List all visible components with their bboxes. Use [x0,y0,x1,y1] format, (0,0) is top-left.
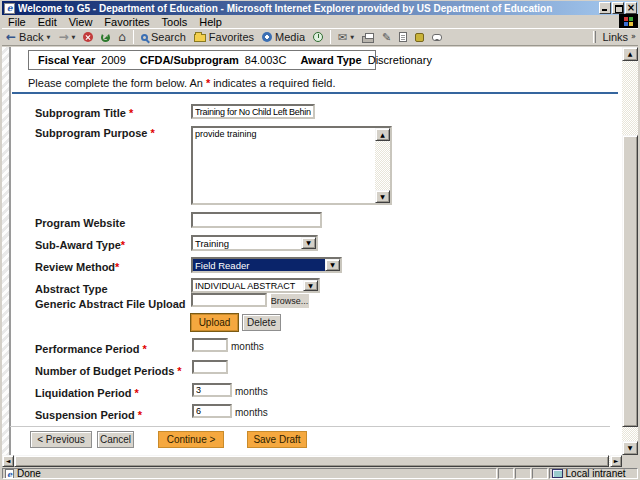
messenger-button[interactable] [428,29,446,45]
forward-button[interactable]: → ▼ [54,29,79,45]
close-button[interactable]: × [625,2,637,14]
dropdown-arrow-icon[interactable]: ▼ [303,280,318,291]
home-button[interactable]: ⌂ [114,29,130,45]
abstract-type-label: Abstract Type [35,283,108,295]
scroll-down-icon[interactable]: ▼ [622,441,638,455]
abstract-type-select[interactable]: INDIVIDUAL ABSTRACT ▼ [191,278,320,293]
subprogram-title-input[interactable] [191,104,315,119]
menu-bar: File Edit View Favorites Tools Help [2,15,638,28]
required-asterisk: * [135,387,139,399]
media-label: Media [275,31,305,43]
ie-app-icon: e [4,3,15,14]
program-website-input[interactable] [191,212,322,228]
search-button[interactable]: Search [137,29,190,45]
security-zone-pane: Local intranet [549,468,638,479]
performance-period-input[interactable] [192,338,228,352]
page-tool-button[interactable] [395,29,411,45]
discuss-icon [415,33,424,42]
sub-award-type-select[interactable]: Training ▼ [191,235,318,251]
menu-edit[interactable]: Edit [32,16,63,28]
suspension-period-suffix: months [235,407,268,418]
horizontal-scroll-thumb[interactable] [14,455,609,467]
history-icon [313,32,323,42]
file-upload-input[interactable] [191,293,267,307]
menu-help[interactable]: Help [193,16,228,28]
links-grip[interactable] [593,31,596,43]
abstract-type-value: INDIVIDUAL ABSTRACT [193,280,303,291]
edit-icon: ✎ [382,32,391,43]
back-arrow-icon: ← [6,31,16,43]
textarea-scrollbar[interactable]: ▲ ▼ [375,128,390,203]
menu-tools[interactable]: Tools [156,16,194,28]
scroll-left-icon[interactable]: ◄ [2,455,14,467]
save-draft-button[interactable]: Save Draft [247,431,307,448]
back-dropdown-icon[interactable]: ▼ [47,35,51,40]
stop-button[interactable] [79,29,97,45]
continue-button[interactable]: Continue > [158,431,224,448]
links-chevron-icon[interactable]: » [631,33,636,41]
edit-button[interactable]: ✎ [378,29,395,45]
scroll-up-icon[interactable]: ▲ [375,128,390,141]
previous-button[interactable]: < Previous [30,431,92,448]
review-method-select[interactable]: Field Reader ▼ [191,257,342,273]
toolbar-separator [133,30,134,44]
scroll-up-icon[interactable]: ▲ [622,47,638,61]
forward-dropdown-icon[interactable]: ▼ [71,35,75,40]
delete-button[interactable]: Delete [242,314,281,331]
window-title: Welcome to G5 - Department of Education … [18,3,598,14]
scroll-down-icon[interactable]: ▼ [375,190,390,203]
page-content: Fiscal Year 2009 CFDA/Subprogram 84.003C… [2,47,622,455]
subprogram-purpose-label: Subprogram Purpose* [35,127,155,139]
menu-favorites[interactable]: Favorites [98,16,155,28]
page-icon [399,32,407,42]
restore-button[interactable] [612,2,624,14]
budget-periods-input[interactable] [192,360,228,374]
cfda-label: CFDA/Subprogram [140,54,239,66]
media-button[interactable]: Media [258,29,309,45]
print-button[interactable] [358,29,378,45]
suspension-period-input[interactable] [192,404,232,418]
toolbar: ← Back ▼ → ▼ ⌂ Search Favorites Media ✉ … [2,28,638,46]
budget-periods-label: Number of Budget Periods* [35,365,182,377]
sub-award-type-value: Training [193,237,301,249]
required-asterisk: * [138,409,142,421]
browse-button[interactable]: Browse... [270,293,309,308]
menu-file[interactable]: File [2,16,32,28]
vertical-scroll-thumb[interactable] [622,135,638,427]
title-bar[interactable]: e Welcome to G5 - Department of Educatio… [2,1,638,15]
fiscal-year-label: Fiscal Year [38,54,95,66]
subprogram-purpose-textarea[interactable]: provide training ▲ ▼ [191,126,392,205]
discuss-button[interactable] [411,29,428,45]
horizontal-scrollbar[interactable]: ◄ ► [2,455,622,467]
program-website-label: Program Website [35,217,125,229]
mail-button[interactable]: ✉ ▼ [334,29,358,45]
menu-view[interactable]: View [63,16,99,28]
back-label: Back [19,31,43,43]
media-icon [262,32,272,42]
liquidation-period-label: Liquidation Period* [35,387,139,399]
liquidation-period-input[interactable] [192,383,232,397]
vertical-scrollbar[interactable]: ▲ ▼ [622,47,638,455]
required-asterisk: * [143,343,147,355]
refresh-button[interactable] [97,29,114,45]
history-button[interactable] [309,29,327,45]
scroll-right-icon[interactable]: ► [610,455,622,467]
status-pane: e Done [2,468,497,479]
messenger-icon [432,34,442,41]
suspension-period-label: Suspension Period* [35,409,142,421]
dropdown-arrow-icon[interactable]: ▼ [301,237,316,249]
favorites-icon [194,34,206,42]
required-asterisk: * [129,107,133,119]
required-asterisk: * [177,365,181,377]
cancel-button[interactable]: Cancel [97,431,134,448]
back-button[interactable]: ← Back ▼ [2,29,54,45]
status-text: Done [17,468,41,479]
minimize-button[interactable] [599,2,611,14]
upload-button[interactable]: Upload [191,314,238,331]
links-label[interactable]: Links [602,31,628,43]
favorites-button[interactable]: Favorites [190,29,258,45]
mail-dropdown-icon[interactable]: ▼ [350,35,354,40]
dropdown-arrow-icon[interactable]: ▼ [325,259,340,271]
actions-divider [10,426,610,427]
award-type-value: Discretionary [368,54,432,66]
